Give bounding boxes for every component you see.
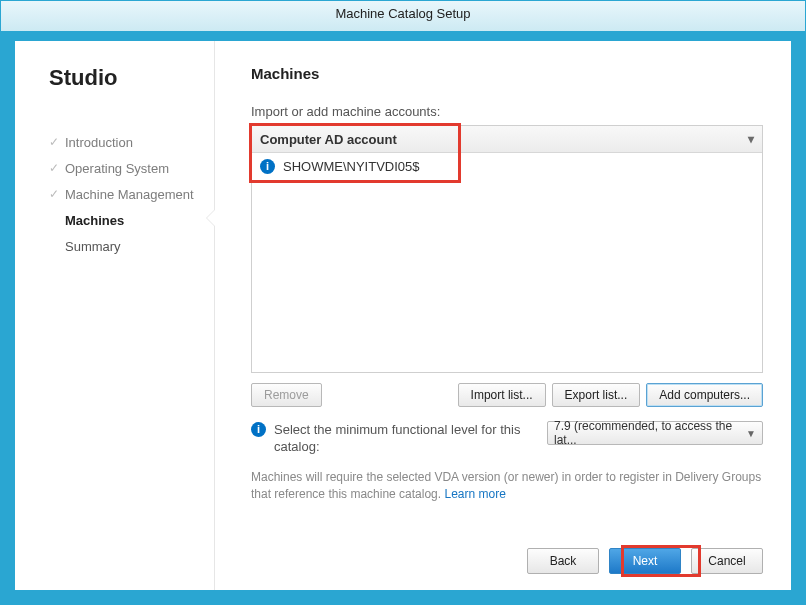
sidebar-item-label: Machines [65, 213, 124, 228]
main-panel: Machines Import or add machine accounts:… [215, 41, 791, 590]
next-button[interactable]: Next [609, 548, 681, 574]
sidebar-item-label: Machine Management [65, 187, 194, 202]
info-icon: i [260, 159, 275, 174]
functional-level-value: 7.9 (recommended, to access the lat... [554, 419, 746, 447]
cancel-button[interactable]: Cancel [691, 548, 763, 574]
remove-button: Remove [251, 383, 322, 407]
window-title: Machine Catalog Setup [1, 1, 805, 31]
sidebar-item-operating-system[interactable]: Operating System [49, 155, 214, 181]
functional-level-label: i Select the minimum functional level fo… [251, 421, 537, 455]
grid-button-row: Remove Import list... Export list... Add… [251, 383, 763, 407]
functional-level-row: i Select the minimum functional level fo… [251, 421, 763, 455]
functional-level-select[interactable]: 7.9 (recommended, to access the lat... ▼ [547, 421, 763, 445]
pointer [207, 209, 216, 227]
instruction-text: Import or add machine accounts: [251, 104, 763, 119]
grid-header[interactable]: Computer AD account ▾ [252, 126, 762, 153]
client-area: Studio Introduction Operating System Mac… [15, 41, 791, 590]
add-computers-button[interactable]: Add computers... [646, 383, 763, 407]
sidebar: Studio Introduction Operating System Mac… [15, 41, 215, 590]
sidebar-item-machines[interactable]: Machines [49, 207, 214, 233]
learn-more-link[interactable]: Learn more [444, 487, 505, 501]
back-button[interactable]: Back [527, 548, 599, 574]
vda-note-text: Machines will require the selected VDA v… [251, 470, 761, 501]
sidebar-item-label: Summary [65, 239, 121, 254]
sidebar-item-summary[interactable]: Summary [49, 233, 214, 259]
chevron-down-icon: ▼ [746, 428, 756, 439]
sidebar-item-machine-management[interactable]: Machine Management [49, 181, 214, 207]
sidebar-item-introduction[interactable]: Introduction [49, 129, 214, 155]
import-list-button[interactable]: Import list... [458, 383, 546, 407]
sort-arrow-icon[interactable]: ▾ [748, 132, 754, 146]
sidebar-item-label: Introduction [65, 135, 133, 150]
info-icon: i [251, 422, 266, 437]
sidebar-item-label: Operating System [65, 161, 169, 176]
functional-level-text: Select the minimum functional level for … [274, 421, 537, 455]
table-row[interactable]: i SHOWME\NYITVDI05$ [252, 153, 762, 179]
page-title: Machines [251, 65, 763, 82]
wizard-footer: Back Next Cancel [527, 548, 763, 574]
accounts-grid[interactable]: Computer AD account ▾ i SHOWME\NYITVDI05… [251, 125, 763, 373]
account-name: SHOWME\NYITVDI05$ [283, 159, 420, 174]
export-list-button[interactable]: Export list... [552, 383, 641, 407]
vda-note: Machines will require the selected VDA v… [251, 469, 763, 503]
studio-brand: Studio [49, 65, 214, 91]
grid-header-label: Computer AD account [260, 132, 397, 147]
setup-window: Machine Catalog Setup Studio Introductio… [0, 0, 806, 605]
spacer [328, 383, 452, 407]
